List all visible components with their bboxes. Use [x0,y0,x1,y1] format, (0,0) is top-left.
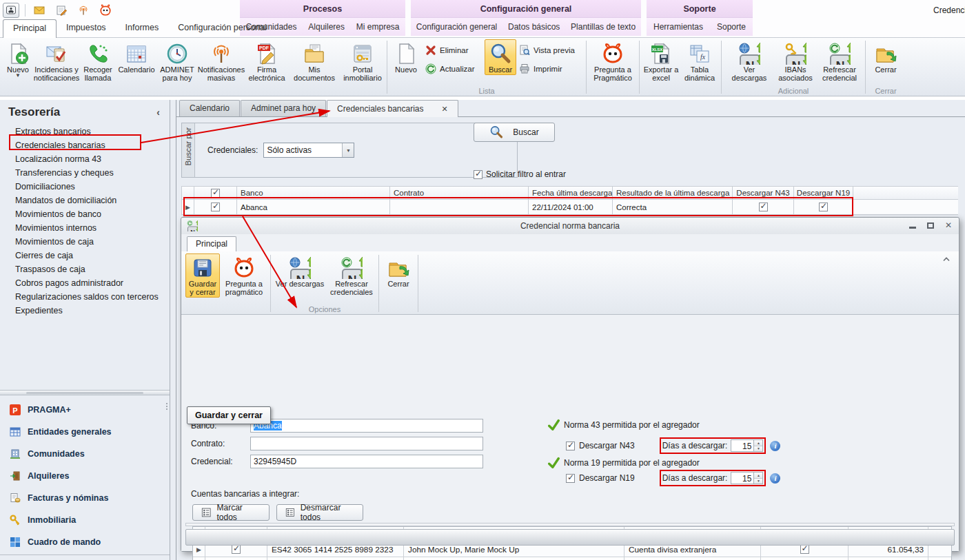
nuevo-button[interactable]: Nuevo▼ [3,39,33,79]
n19-days-spinner[interactable]: ▲▼ [754,472,763,484]
pragmatico-quick-icon[interactable] [97,3,114,18]
tabla-dinamica-button[interactable]: Tabla dinámica [680,39,719,83]
info-icon[interactable]: i [770,441,780,451]
col-contrato[interactable]: Contrato [390,186,529,200]
doc-tab-calendario[interactable]: Calendario [179,100,240,116]
calendario-button[interactable]: Calendario [116,39,157,75]
portal-inmobiliario-button[interactable]: Portal inmobiliario [341,39,385,83]
sidebar-item-mandatos[interactable]: Mandatos de domiciliación [0,194,170,207]
n43-checkbox[interactable] [759,203,768,211]
col-banco[interactable]: Banco [237,186,390,200]
ver-descargas-dialog-button[interactable]: Ver descargas [273,253,327,289]
guardar-cerrar-button[interactable]: Guardar y cerrar [185,253,220,298]
vista-previa-button[interactable]: Vista previa [519,45,581,56]
tab-informes[interactable]: Informes [116,19,169,38]
credencial-input[interactable]: 32945945D [250,455,483,468]
collapse-ribbon-icon[interactable] [942,256,951,262]
dialog-footer-bar[interactable] [185,529,955,546]
dialog-titlebar[interactable]: Credencial norma bancaria ✕ [181,218,959,234]
doc-tab-adminet[interactable]: Adminet para hoy [241,100,326,116]
sidebar-item-traspasos[interactable]: Traspasos de caja [0,262,170,276]
sidebar-splitter[interactable] [0,390,170,395]
broadcast-quick-icon[interactable] [75,3,92,18]
notes-quick-icon[interactable] [53,3,70,18]
nuevo-registro-button[interactable]: Nuevo [389,39,423,75]
banco-input[interactable]: Abanca [250,419,483,433]
buscar-panel-button[interactable]: Buscar [474,123,555,142]
cargar-extracto-checkbox[interactable] [232,545,241,554]
incidencias-button[interactable]: Incidencias y notificaciones [33,39,80,83]
chevron-down-icon[interactable]: ▼ [342,143,354,157]
restore-icon[interactable] [927,222,934,229]
sidebar-item-localizacion[interactable]: Localización norma 43 [0,152,170,166]
sidebar-item-mov-internos[interactable]: Movimientos internos [0,221,170,235]
n43-days-spinner[interactable]: ▲▼ [754,439,763,452]
tab-mi-empresa[interactable]: Mi empresa [356,22,400,32]
pregunta-pragmatico-dialog-button[interactable]: Pregunta a pragmático [220,253,268,298]
col-n19[interactable]: Descargar N19 [794,186,853,200]
propietario-checkbox[interactable] [800,545,809,554]
tab-soporte[interactable]: Soporte [717,22,746,32]
cerrar-dialog-button[interactable]: Cerrar [381,253,416,289]
tab-configuracion-general[interactable]: Configuración general [416,22,497,32]
sidebar-category-cuadro[interactable]: Cuadro de mando [0,531,170,553]
sidebar-item-expedientes[interactable]: Expedientes [0,304,170,318]
tab-datos-basicos[interactable]: Datos básicos [508,22,560,32]
pregunta-pragmatico-button[interactable]: Pregunta a Pragmático [589,39,637,83]
sidebar-collapse-icon[interactable]: ‹ [154,107,163,118]
doc-tab-credenciales[interactable]: Credenciales bancarias✕ [327,100,458,117]
account-row[interactable]: ES89 3128 8708 7913 5373 7218 John Mock … [193,557,951,560]
actualizar-button[interactable]: Actualizar [425,63,482,74]
sidebar-category-entidades[interactable]: Entidades generales [0,421,170,443]
sidebar-item-domiciliaciones[interactable]: Domiciliaciones [0,180,170,194]
mail-quick-icon[interactable] [31,3,48,18]
sidebar-item-credenciales[interactable]: Credenciales bancarias [0,138,170,152]
col-resultado[interactable]: Resultado de la última descarga [613,186,733,200]
row-checkbox[interactable] [211,203,220,211]
dialog-tab-principal[interactable]: Principal [187,236,236,251]
close-icon[interactable]: ✕ [945,221,952,229]
credenciales-dropdown[interactable]: Sólo activas ▼ [263,143,354,158]
sidebar-category-facturas[interactable]: Facturas y nóminas [0,487,170,509]
tab-impuestos[interactable]: Impuestos [57,19,116,38]
sidebar-category-pragma[interactable]: PRAGMA+ [0,399,170,421]
phone-quick-icon[interactable] [3,3,19,18]
sidebar-item-cierres[interactable]: Cierres de caja [0,249,170,262]
tab-alquileres[interactable]: Alquileres [308,22,345,32]
descargar-n19-checkbox[interactable] [566,474,575,483]
sidebar-item-transferencias[interactable]: Transferencias y cheques [0,166,170,180]
tab-configuracion-personal[interactable]: Configuración personal [168,19,276,38]
tab-close-icon[interactable]: ✕ [442,101,448,117]
exportar-excel-button[interactable]: Exportar a excel [642,39,680,83]
col-n43[interactable]: Descargar N43 [733,186,794,200]
sidebar-item-extractos[interactable]: Extractos bancarios [0,125,170,138]
ibans-asociados-button[interactable]: IBANs asociados [775,39,816,83]
imprimir-button[interactable]: Imprimir [519,63,581,74]
descargar-n43-checkbox[interactable] [566,442,575,450]
refrescar-credenciales-dialog-button[interactable]: Refrescar credenciales [327,253,376,298]
n19-checkbox[interactable] [819,203,828,211]
contrato-input[interactable] [250,437,483,450]
notificaciones-masivas-button[interactable]: Notificaciones masivas [197,39,245,83]
info-icon[interactable]: i [770,473,780,484]
minimize-icon[interactable] [909,227,916,229]
tab-herramientas[interactable]: Herramientas [653,22,703,32]
tab-principal[interactable]: Principal [3,19,57,38]
sidebar-category-inmobiliaria[interactable]: Inmobiliaria [0,509,170,531]
firma-electronica-button[interactable]: Firma electrónica [245,39,288,83]
marcar-todos-button[interactable]: Marcar todos [192,504,270,521]
buscar-por-strip[interactable]: Buscar por [182,123,195,177]
sidebar-category-partial[interactable] [0,554,170,560]
sidebar-item-mov-caja[interactable]: Movimientos de caja [0,235,170,249]
select-all-checkbox[interactable] [211,189,220,198]
refrescar-credencial-button[interactable]: Refrescar credencial [816,39,863,83]
tab-plantillas-texto[interactable]: Plantillas de texto [571,22,636,32]
sidebar-item-mov-banco[interactable]: Movimientos de banco [0,207,170,221]
mis-documentos-button[interactable]: Mis documentos [288,39,341,83]
desmarcar-todos-button[interactable]: Desmarcar todos [276,504,363,521]
eliminar-button[interactable]: Eliminar [425,45,482,56]
n19-days-input[interactable]: 15 [731,472,754,484]
buscar-button[interactable]: Buscar [485,39,516,75]
credential-row[interactable]: ▶ Abanca 22/11/2024 01:00 Correcta [181,200,958,215]
sidebar-item-regularizaciones[interactable]: Regularizaciones saldos con terceros [0,290,170,304]
